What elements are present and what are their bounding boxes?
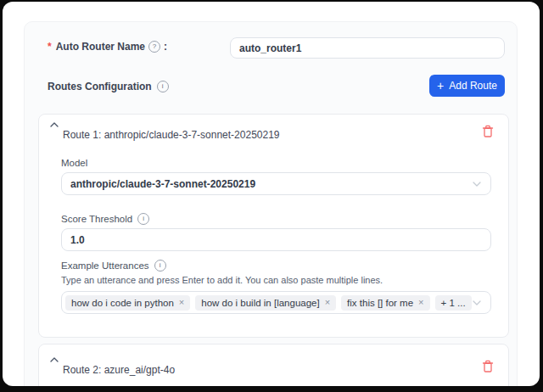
chevron-down-icon [473,300,481,305]
remove-tag-icon[interactable]: × [418,298,423,307]
app-window: * Auto Router Name ? : Routes Configurat… [3,2,540,386]
route-card-2: Route 2: azure_ai/gpt-4o [38,344,509,386]
route-2-title: Route 2: azure_ai/gpt-4o [63,364,175,376]
example-utterances-label-text: Example Utterances [61,260,149,271]
model-select[interactable]: anthropic/claude-3-7-sonnet-20250219 [61,172,491,195]
info-icon[interactable]: i [157,81,169,92]
utterance-tag: how do i code in python × [65,295,190,311]
delete-route-2-button[interactable] [481,360,495,375]
delete-route-1-button[interactable] [481,125,495,140]
required-asterisk: * [48,41,52,53]
score-threshold-label: Score Threshold i [61,213,150,225]
collapse-route-2-button[interactable] [48,353,61,367]
auto-router-name-label-text: Auto Router Name [56,41,145,53]
label-colon: : [164,41,167,53]
collapse-route-1-button[interactable] [48,118,61,132]
trash-icon [482,125,494,138]
utterances-helper-text: Type an utterance and press Enter to add… [61,275,383,285]
add-route-button-label: Add Route [449,80,497,92]
utterance-tag-label: how do i code in python [71,298,174,308]
utterance-tag-label: fix this [] for me [347,298,413,308]
chevron-down-icon [473,182,481,187]
utterance-tag: fix this [] for me × [341,295,429,311]
route-card-1: Route 1: anthropic/claude-3-7-sonnet-202… [38,114,509,338]
auto-router-name-input[interactable] [230,37,505,59]
model-label-text: Model [61,158,87,168]
plus-icon: + [437,79,444,92]
routes-configuration-label-text: Routes Configuration [48,81,152,92]
routes-configuration-label: Routes Configuration i [48,81,170,92]
score-threshold-label-text: Score Threshold [61,214,132,224]
chevron-up-icon [50,357,59,362]
score-threshold-input[interactable] [61,228,491,251]
add-route-button[interactable]: + Add Route [429,75,505,97]
utterance-overflow-tag[interactable]: + 1 ... [435,295,472,311]
utterance-tag: how do i build in [language] × [195,295,336,311]
example-utterances-label: Example Utterances i [61,260,167,272]
remove-tag-icon[interactable]: × [179,298,184,307]
remove-tag-icon[interactable]: × [325,298,330,307]
utterance-tag-label: how do i build in [language] [201,298,319,308]
chevron-up-icon [50,122,59,127]
auto-router-name-label: * Auto Router Name ? : [48,41,167,53]
model-select-value: anthropic/claude-3-7-sonnet-20250219 [70,178,255,190]
model-label: Model [61,158,87,168]
utterances-tags-input[interactable]: how do i code in python × how do i build… [61,291,491,314]
route-1-title: Route 1: anthropic/claude-3-7-sonnet-202… [63,129,280,141]
auto-router-form-card: * Auto Router Name ? : Routes Configurat… [24,21,518,386]
info-icon[interactable]: i [154,260,166,272]
trash-icon [482,360,494,373]
info-icon[interactable]: i [137,213,149,225]
help-icon[interactable]: ? [148,41,160,53]
